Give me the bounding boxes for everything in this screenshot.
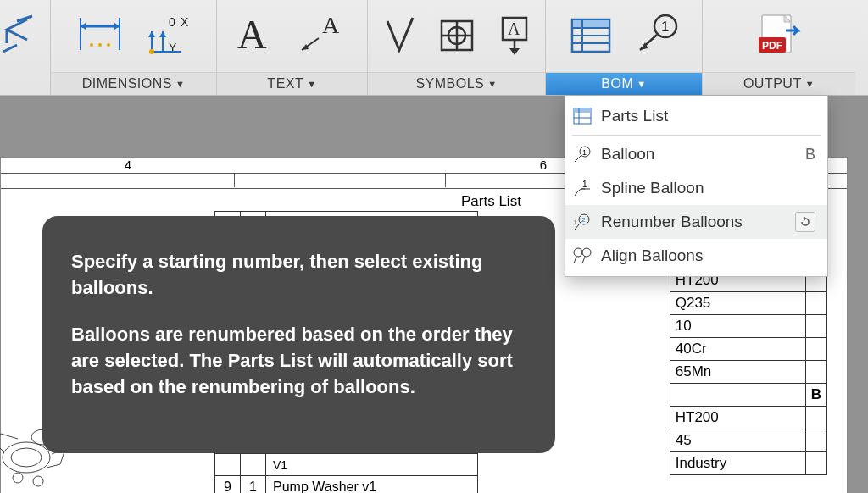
svg-line-53 (582, 257, 585, 263)
svg-point-36 (33, 476, 43, 486)
menu-item-parts-list[interactable]: Parts List (565, 99, 827, 133)
bom-dropdown[interactable]: BOM ▼ (546, 72, 702, 95)
ruler-mark: 4 (125, 158, 131, 172)
table-row: 9 1 Pump Washer v1 (215, 476, 478, 494)
shortcut-key: B (805, 146, 815, 163)
chevron-down-icon: ▼ (307, 79, 316, 89)
ordinate-dimension-icon[interactable]: 0 X Y (145, 13, 194, 60)
svg-text:2: 2 (581, 216, 586, 224)
svg-text:X: X (181, 15, 189, 29)
group-label-text: OUTPUT (743, 76, 802, 91)
svg-rect-38 (574, 108, 591, 113)
menu-label: Balloon (601, 145, 654, 163)
ribbon-toolbar: . 0 X Y (0, 0, 868, 96)
svg-text:1: 1 (573, 219, 577, 226)
text-dropdown[interactable]: TEXT ▼ (217, 72, 367, 95)
group-label-text: SYMBOLS (415, 76, 484, 91)
svg-point-32 (3, 442, 50, 473)
group-label-text: DIMENSIONS (82, 76, 172, 91)
svg-text:1: 1 (582, 148, 587, 157)
menu-label: Renumber Balloons (601, 213, 743, 231)
svg-point-35 (13, 473, 23, 483)
menu-label: Align Balloons (601, 246, 703, 265)
menu-label: Spline Balloon (601, 179, 704, 197)
leader-text-icon[interactable]: A (297, 13, 349, 60)
svg-point-4 (98, 43, 102, 47)
tooltip-text: Specify a starting number, then select e… (71, 248, 526, 301)
balloon-icon: 1 (572, 144, 593, 164)
svg-line-52 (574, 257, 576, 263)
svg-line-43 (575, 156, 581, 162)
balloon-icon[interactable]: 1 (633, 13, 681, 60)
group-text: A A TEXT ▼ (217, 0, 368, 95)
align-balloons-icon (572, 246, 593, 266)
svg-text:0: 0 (169, 15, 175, 29)
parts-list-icon (572, 106, 593, 126)
parts-list-title: Parts List (461, 193, 521, 210)
bom-menu: Parts List 1 Balloon B 1 Spline Balloon … (565, 96, 828, 277)
group-symbols: A SYMBOLS ▼ (368, 0, 546, 95)
symbols-dropdown[interactable]: SYMBOLS ▼ (368, 72, 545, 95)
svg-point-3 (90, 43, 93, 47)
linear-dimension-icon[interactable] (74, 13, 126, 60)
svg-point-33 (11, 448, 42, 467)
svg-point-50 (574, 248, 582, 257)
repeat-action-icon[interactable] (795, 212, 815, 232)
pdf-output-icon[interactable]: PDF (755, 12, 803, 61)
svg-point-51 (582, 248, 591, 257)
tooltip-text: Balloons are renumbered based on the ord… (71, 321, 526, 400)
group-bom: 1 BOM ▼ (546, 0, 703, 95)
menu-item-spline-balloon[interactable]: 1 Spline Balloon (565, 171, 827, 205)
svg-text:A: A (322, 13, 340, 38)
spline-balloon-icon: 1 (572, 178, 593, 198)
chevron-down-icon: ▼ (175, 79, 185, 89)
surface-finish-icon[interactable] (381, 13, 418, 60)
material-table: HT200 Q235 10 40Cr 65Mn B HT200 45 Indus… (670, 269, 827, 475)
group-output: PDF OUTPUT ▼ (703, 0, 855, 95)
svg-text:1: 1 (661, 19, 669, 35)
gdt-icon[interactable] (437, 13, 477, 60)
menu-label: Parts List (601, 107, 668, 125)
assembly-view-icon[interactable] (2, 14, 41, 58)
group-dimensions: 0 X Y DIMENSIONS ▼ (51, 0, 217, 95)
svg-text:A: A (237, 13, 267, 57)
group-label-text: BOM (601, 76, 633, 91)
menu-item-renumber-balloons[interactable]: 21 Renumber Balloons (565, 205, 827, 239)
svg-text:1: 1 (582, 180, 587, 189)
tooltip: Specify a starting number, then select e… (42, 216, 555, 453)
menu-item-align-balloons[interactable]: Align Balloons (565, 239, 827, 273)
renumber-balloons-icon: 21 (572, 212, 593, 232)
parts-list-icon[interactable] (567, 13, 615, 60)
chevron-down-icon: ▼ (637, 79, 646, 89)
datum-icon[interactable]: A (496, 13, 533, 60)
ruler-mark: 6 (540, 158, 547, 172)
dimensions-dropdown[interactable]: DIMENSIONS ▼ (51, 72, 216, 95)
menu-item-balloon[interactable]: 1 Balloon B (565, 137, 827, 171)
group-partial: . (0, 0, 51, 95)
svg-text:A: A (508, 19, 520, 38)
group-label-text: TEXT (267, 76, 303, 91)
text-icon[interactable]: A (236, 13, 278, 60)
svg-rect-23 (572, 19, 609, 28)
svg-text:PDF: PDF (762, 40, 782, 52)
chevron-down-icon: ▼ (487, 79, 497, 89)
chevron-down-icon: ▼ (805, 79, 815, 89)
svg-point-12 (149, 49, 154, 54)
svg-point-5 (107, 43, 110, 47)
output-dropdown[interactable]: OUTPUT ▼ (703, 72, 855, 95)
